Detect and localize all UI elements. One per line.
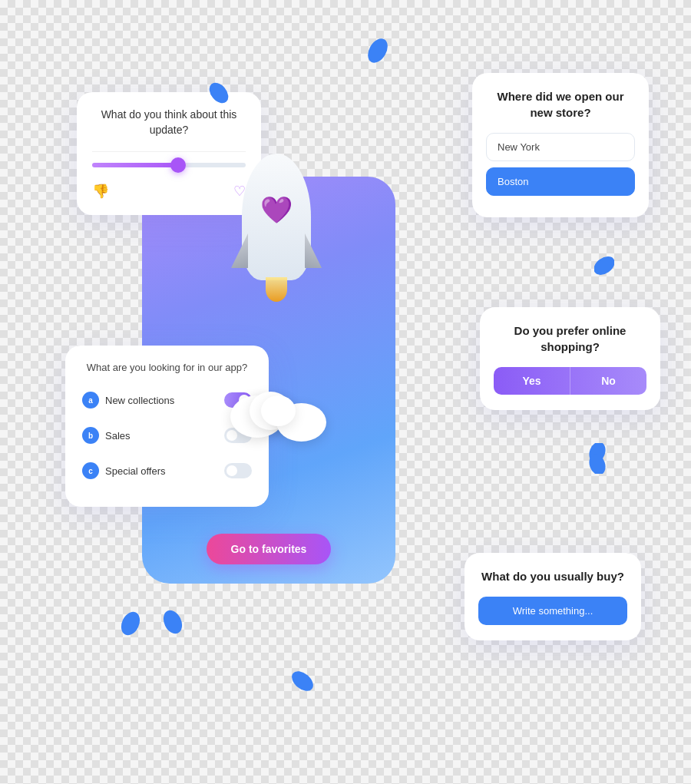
label-special-offers: Special offers xyxy=(105,465,166,477)
survey-question: What do you think about this update? xyxy=(92,108,246,137)
toggle-special-offers[interactable] xyxy=(224,463,252,478)
leaf-bottom-left-2 xyxy=(161,609,184,635)
store-question: Where did we open our new store? xyxy=(486,88,635,121)
yes-no-toggle: Yes No xyxy=(494,367,646,395)
answer-new-york[interactable]: New York xyxy=(486,133,635,161)
svg-point-0 xyxy=(367,37,388,65)
no-button[interactable]: No xyxy=(570,367,646,395)
slider-thumb[interactable] xyxy=(170,157,186,173)
thumbs-down-icon: 👎 xyxy=(92,183,109,200)
badge-c: c xyxy=(82,462,99,479)
badge-a: a xyxy=(82,392,99,409)
write-something-button[interactable]: Write something... xyxy=(478,597,627,625)
rocket: 💜 xyxy=(215,154,338,445)
leaf-bottom-center xyxy=(292,668,313,694)
leaf-top-center xyxy=(367,37,388,65)
usually-buy-question: What do you usually buy? xyxy=(478,568,627,584)
svg-point-4 xyxy=(161,609,184,635)
online-shopping-card: Do you prefer online shopping? Yes No xyxy=(480,307,660,410)
leaf-top-left xyxy=(209,81,229,105)
go-to-favorites-button[interactable]: Go to favorites xyxy=(207,534,332,564)
leaf-bottom-left-1 xyxy=(119,610,142,637)
label-sales: Sales xyxy=(105,430,131,442)
svg-point-1 xyxy=(209,81,229,105)
yes-button[interactable]: Yes xyxy=(494,367,570,395)
usually-buy-card: What do you usually buy? Write something… xyxy=(465,553,641,640)
answer-boston[interactable]: Boston xyxy=(486,167,635,196)
badge-b: b xyxy=(82,427,99,444)
svg-point-2 xyxy=(594,253,614,278)
option-special-offers[interactable]: c Special offers xyxy=(78,456,256,485)
svg-point-3 xyxy=(119,610,142,637)
label-new-collections: New collections xyxy=(105,395,174,406)
leaf-right-middle xyxy=(594,253,614,278)
chevron-right-icon xyxy=(587,443,608,474)
online-question: Do you prefer online shopping? xyxy=(494,323,646,355)
go-to-favorites-container: Go to favorites xyxy=(142,534,395,564)
svg-point-5 xyxy=(292,668,313,694)
store-card: Where did we open our new store? New Yor… xyxy=(472,73,649,217)
